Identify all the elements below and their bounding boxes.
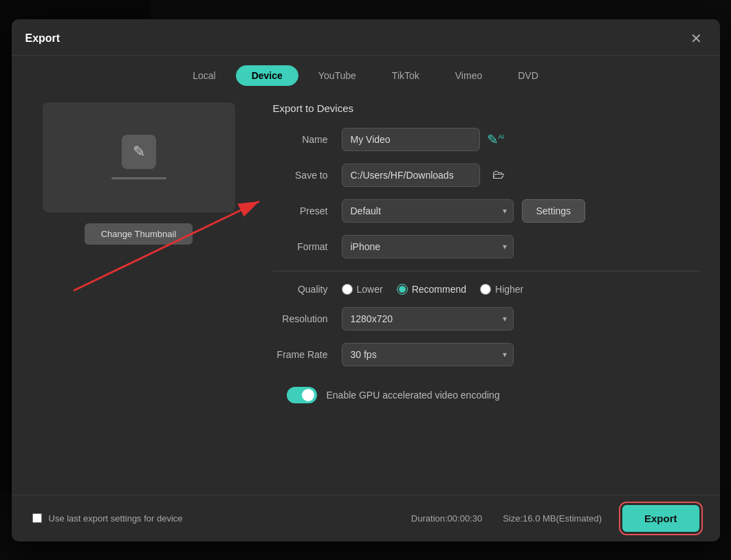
left-panel: ✎ Change Thumbnail (32, 96, 246, 481)
name-input[interactable] (342, 128, 480, 151)
close-button[interactable]: ✕ (687, 29, 706, 48)
dialog-body: ✎ Change Thumbnail (12, 96, 720, 495)
footer-left: Use last export settings for device (32, 513, 183, 524)
quality-label: Quality (273, 284, 342, 295)
tab-local[interactable]: Local (177, 65, 231, 86)
frame-rate-select-wrapper: 30 fps ▾ (342, 343, 514, 366)
browse-folder-button[interactable]: 🗁 (492, 168, 505, 182)
gpu-toggle-label: Enable GPU accelerated video encoding (327, 390, 500, 401)
pencil-icon: ✎ (133, 143, 145, 161)
preset-label: Preset (273, 205, 342, 216)
resolution-label: Resolution (273, 313, 342, 324)
quality-recommend-option[interactable]: Recommend (397, 284, 466, 295)
name-input-group: ✎AI (342, 128, 505, 151)
quality-lower-radio[interactable] (342, 284, 353, 295)
name-label: Name (273, 134, 342, 145)
duration-info: Duration:00:00:30 (411, 513, 482, 524)
preset-select[interactable]: Default (342, 199, 514, 223)
format-row: Format iPhone ▾ (273, 235, 699, 258)
tab-device[interactable]: Device (236, 65, 298, 86)
separator (273, 271, 699, 271)
tab-vimeo[interactable]: Vimeo (439, 65, 498, 86)
resolution-select-wrapper: 1280x720 ▾ (342, 307, 514, 331)
dialog-footer: Use last export settings for device Dura… (12, 495, 720, 541)
preset-row: Preset Default ▾ Settings (273, 199, 699, 223)
tab-dvd[interactable]: DVD (502, 65, 554, 86)
quality-recommend-radio[interactable] (397, 284, 408, 295)
size-info: Size:16.0 MB(Estimated) (503, 513, 602, 524)
resolution-row: Resolution 1280x720 ▾ (273, 307, 699, 331)
right-panel: Export to Devices Name ✎AI Save to (273, 96, 699, 481)
save-to-row: Save to 🗁 (273, 164, 699, 187)
thumbnail-line (111, 177, 166, 179)
quality-higher-option[interactable]: Higher (480, 284, 523, 295)
quality-lower-label: Lower (357, 284, 383, 295)
thumbnail-icon: ✎ (122, 135, 156, 169)
section-title: Export to Devices (273, 102, 699, 114)
save-to-input[interactable] (342, 164, 480, 187)
dialog-title: Export (25, 32, 61, 45)
export-button[interactable]: Export (622, 505, 699, 532)
name-row: Name ✎AI (273, 128, 699, 151)
save-to-input-group: 🗁 (342, 164, 505, 187)
last-settings-checkbox[interactable] (32, 513, 42, 523)
preset-select-wrapper: Default ▾ (342, 199, 514, 223)
quality-higher-label: Higher (495, 284, 523, 295)
format-select-wrapper: iPhone ▾ (342, 235, 514, 258)
export-dialog: Export ✕ Local Device YouTube TikTok Vim… (12, 19, 720, 541)
footer-info: Duration:00:00:30 Size:16.0 MB(Estimated… (411, 505, 699, 532)
frame-rate-label: Frame Rate (273, 349, 342, 360)
quality-lower-option[interactable]: Lower (342, 284, 383, 295)
quality-row: Quality Lower Recommend (273, 284, 699, 295)
gpu-toggle-row: Enable GPU accelerated video encoding (273, 387, 699, 403)
quality-higher-radio[interactable] (480, 284, 491, 295)
format-label: Format (273, 241, 342, 252)
resolution-select[interactable]: 1280x720 (342, 307, 514, 331)
gpu-toggle[interactable] (287, 387, 317, 403)
frame-rate-select[interactable]: 30 fps (342, 343, 514, 366)
dialog-titlebar: Export ✕ (12, 19, 720, 56)
tabs-row: Local Device YouTube TikTok Vimeo DVD (12, 56, 720, 96)
format-select[interactable]: iPhone (342, 235, 514, 258)
ai-icon[interactable]: ✎AI (487, 131, 505, 148)
frame-rate-row: Frame Rate 30 fps ▾ (273, 343, 699, 366)
quality-recommend-label: Recommend (412, 284, 466, 295)
quality-radio-group: Lower Recommend Higher (342, 284, 524, 295)
last-settings-label: Use last export settings for device (49, 513, 183, 524)
tab-youtube[interactable]: YouTube (303, 65, 372, 86)
save-to-label: Save to (273, 170, 342, 181)
tab-tiktok[interactable]: TikTok (376, 65, 435, 86)
settings-button[interactable]: Settings (522, 199, 586, 223)
thumbnail-preview: ✎ (43, 102, 235, 212)
change-thumbnail-button[interactable]: Change Thumbnail (85, 223, 193, 245)
